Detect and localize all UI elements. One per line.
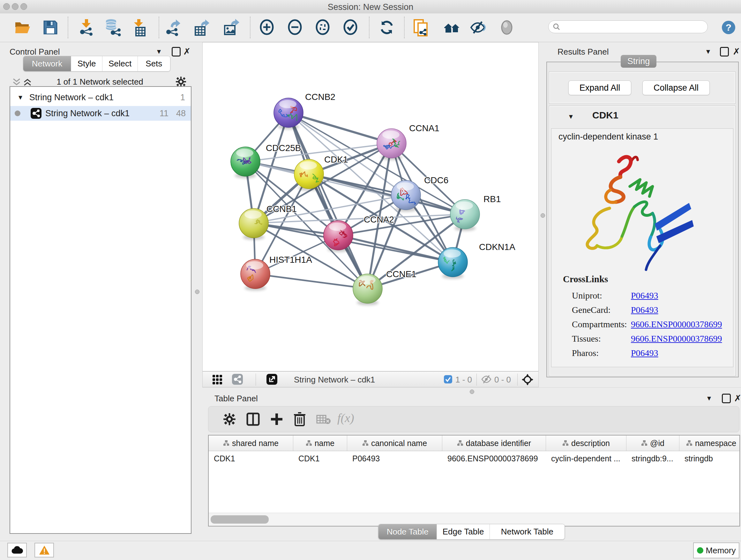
node-gloss: [300, 161, 317, 170]
network-icon-button[interactable]: [232, 374, 243, 385]
memory-button[interactable]: Memory: [693, 543, 739, 558]
tab-sets[interactable]: Sets: [138, 56, 170, 71]
zoom-fit-button[interactable]: [313, 18, 332, 37]
table-settings-gear-icon[interactable]: [223, 413, 236, 426]
cloud-status-button[interactable]: [7, 543, 27, 557]
scrollbar-thumb[interactable]: [211, 515, 269, 523]
zoom-in-button[interactable]: [257, 18, 276, 37]
hide-selected-button[interactable]: [468, 18, 488, 37]
table-panel-float-button[interactable]: [722, 394, 731, 403]
zoom-out-icon: [286, 18, 304, 37]
title-bar: Session: New Session: [0, 0, 741, 14]
tab-string[interactable]: String: [621, 55, 657, 68]
results-panel-close-button[interactable]: ✗: [733, 46, 740, 57]
column-header-description[interactable]: description: [546, 435, 626, 451]
node-CDC25B[interactable]: [231, 147, 260, 178]
tab-network[interactable]: Network: [23, 56, 71, 71]
zoom-out-button[interactable]: [285, 18, 305, 37]
zoom-fit-icon: [314, 18, 332, 37]
crosslink-value-link[interactable]: 9606.ENSP00000378699: [631, 334, 722, 344]
control-panel-menu-caret[interactable]: ▾: [157, 47, 161, 56]
crosslink-value-link[interactable]: P06493: [631, 348, 658, 358]
export-table-button[interactable]: [192, 18, 211, 37]
delete-column-trash-icon[interactable]: [293, 412, 307, 426]
node-CCNE1[interactable]: [353, 274, 382, 305]
warnings-button[interactable]: [35, 543, 54, 557]
first-neighbors-button[interactable]: [442, 18, 461, 37]
network-canvas[interactable]: CCNB2CCNA1CDC25BCDK1CDC6RB1CCNB1CCNA2CDK…: [202, 42, 539, 371]
edge-CCNE1-HIST1H1A[interactable]: [255, 274, 367, 289]
node-gloss: [236, 149, 253, 157]
birds-eye-toggle-icon[interactable]: [521, 373, 534, 386]
open-in-window-button[interactable]: [266, 374, 277, 385]
collapse-all-button[interactable]: Collapse All: [643, 80, 710, 95]
edge-CCNB2-CCNA1[interactable]: [288, 113, 392, 143]
tab-edge-table[interactable]: Edge Table: [437, 524, 489, 539]
node-label-CCNA1: CCNA1: [409, 123, 440, 133]
save-session-button[interactable]: [41, 18, 60, 37]
node-HIST1H1A[interactable]: [241, 259, 270, 291]
show-all-button[interactable]: [497, 18, 516, 37]
show-columns-icon[interactable]: [246, 412, 260, 426]
crosslink-value-link[interactable]: 9606.ENSP00000378699: [631, 319, 722, 329]
control-panel-float-button[interactable]: [172, 47, 181, 57]
edge-CCNA2-CDKN1A[interactable]: [338, 235, 453, 262]
gene-collapse-caret[interactable]: ▼: [568, 113, 574, 120]
selected-node-edge-count: 1 - 0: [455, 375, 472, 385]
help-button[interactable]: ?: [719, 18, 738, 37]
network-graph[interactable]: CCNB2CCNA1CDC25BCDK1CDC6RB1CCNB1CCNA2CDK…: [203, 43, 538, 371]
zoom-selected-button[interactable]: [341, 18, 360, 37]
cloud-icon: [11, 546, 23, 554]
save-icon: [42, 18, 59, 37]
results-panel-menu-caret[interactable]: ▾: [706, 47, 710, 56]
column-header-database-identifier[interactable]: database identifier: [442, 435, 546, 451]
network-from-selection-button[interactable]: [411, 18, 430, 37]
import-network-file-button[interactable]: [77, 18, 96, 37]
column-header-shared-name[interactable]: shared name: [209, 435, 293, 451]
column-header-label: description: [571, 439, 610, 448]
hidden-node-edge-count: 0 - 0: [494, 375, 511, 385]
export-network-icon: [164, 18, 182, 37]
results-panel-float-button[interactable]: [720, 47, 729, 57]
table-body: CDK1CDK1P064939606.ENSP00000378699cyclin…: [209, 451, 739, 466]
tab-select[interactable]: Select: [103, 56, 138, 71]
network-tree-row-selected[interactable]: String Network – cdk1 11 48: [10, 106, 191, 121]
node-CCNA1[interactable]: [377, 129, 406, 160]
expand-all-button[interactable]: Expand All: [568, 80, 631, 95]
houses-icon: [443, 18, 461, 37]
gear-icon[interactable]: [176, 76, 186, 87]
crosslink-value-link[interactable]: P06493: [631, 291, 658, 301]
column-header--id[interactable]: @id: [626, 435, 679, 451]
add-column-icon[interactable]: [270, 412, 284, 426]
crosslink-value-link[interactable]: P06493: [631, 305, 658, 315]
node-CDC6[interactable]: [391, 180, 421, 212]
import-network-from-database-button[interactable]: [103, 18, 122, 37]
collection-count: 1: [180, 92, 185, 103]
table-panel-close-button[interactable]: ✗: [734, 393, 741, 403]
table-panel-menu-caret[interactable]: ▾: [707, 394, 711, 402]
left-splitter-handle[interactable]: [195, 290, 199, 294]
node-CCNB1[interactable]: [239, 208, 268, 240]
network-tree-root-row[interactable]: ▼ String Network – cdk1 1: [10, 91, 191, 104]
tab-network-table[interactable]: Network Table: [490, 524, 564, 539]
search-input[interactable]: [561, 22, 708, 32]
tab-node-table[interactable]: Node Table: [379, 524, 437, 539]
open-session-button[interactable]: [13, 18, 32, 37]
refresh-button[interactable]: [377, 18, 396, 37]
memory-status-dot: [697, 547, 703, 554]
export-image-button[interactable]: [221, 18, 241, 37]
node-CDKN1A[interactable]: [438, 247, 468, 279]
column-header-name[interactable]: name: [293, 435, 347, 451]
results-panel-title: Results Panel: [557, 47, 609, 57]
grid-view-icon[interactable]: [212, 374, 222, 385]
tab-style[interactable]: Style: [71, 56, 103, 71]
import-table-button[interactable]: [130, 18, 149, 37]
control-panel-close-button[interactable]: ✗: [183, 46, 191, 57]
column-header-namespace[interactable]: namespace: [679, 435, 740, 451]
node-RB1[interactable]: [450, 199, 480, 231]
export-network-button[interactable]: [164, 18, 183, 37]
column-header-canonical-name[interactable]: canonical name: [347, 435, 442, 451]
tree-expand-caret[interactable]: ▼: [17, 94, 23, 101]
selected-checkbox[interactable]: [444, 375, 452, 383]
table-row[interactable]: CDK1CDK1P064939606.ENSP00000378699cyclin…: [209, 451, 739, 466]
